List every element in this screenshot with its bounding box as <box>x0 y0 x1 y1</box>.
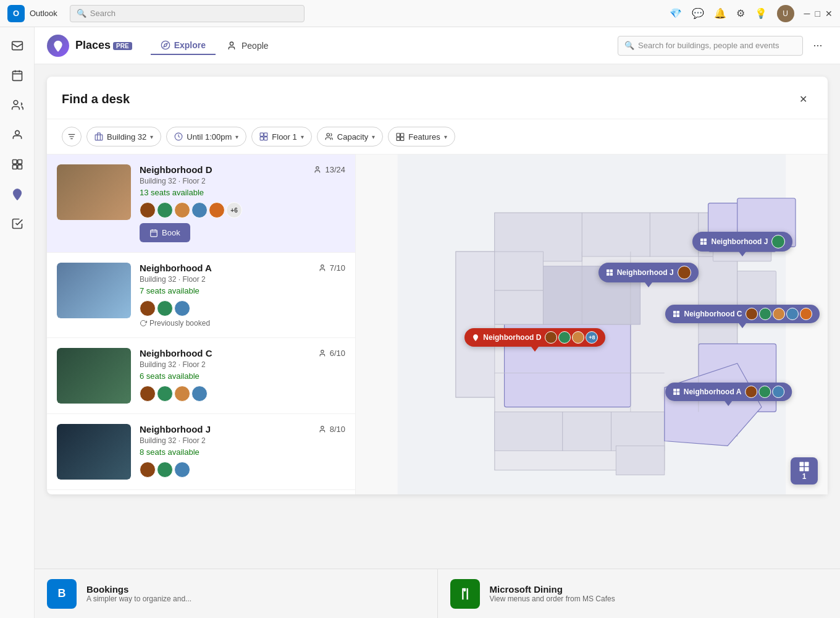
more-options-button[interactable]: ··· <box>808 36 828 56</box>
neighborhood-info: Neighborhood A 7/10 Building 32 · Floor … <box>131 263 345 328</box>
seats-available: 8 seats available <box>140 447 345 457</box>
close-panel-button[interactable]: ✕ <box>793 89 813 109</box>
places-logo <box>47 35 69 57</box>
bottom-bar: B Bookings A simpler way to organize and… <box>35 569 840 618</box>
svg-rect-46 <box>699 256 737 305</box>
svg-rect-22 <box>264 133 267 136</box>
book-button[interactable]: Book <box>140 223 190 242</box>
map-area[interactable]: Neighborhood D +8 <box>356 154 828 494</box>
avatar <box>209 202 225 218</box>
svg-point-25 <box>327 133 330 137</box>
help-icon[interactable]: 💡 <box>755 7 767 19</box>
avatar <box>140 462 156 478</box>
capacity-display: 7/10 <box>319 263 345 273</box>
neighborhood-location: Building 32 · Floor 2 <box>140 436 345 445</box>
seats-available: 6 seats available <box>140 371 345 381</box>
svg-rect-79 <box>677 311 680 314</box>
neighborhood-info: Neighborhood J 8/10 Building 32 · Floor … <box>131 424 345 480</box>
dining-title: Microsoft Dining <box>490 584 615 595</box>
filter-clear-button[interactable] <box>62 127 82 146</box>
capacity-filter[interactable]: Capacity ▾ <box>317 127 384 146</box>
svg-rect-61 <box>495 252 544 290</box>
list-item[interactable]: Neighborhood A 7/10 Building 32 · Floor … <box>47 253 355 338</box>
avatar <box>157 202 173 218</box>
list-item[interactable]: Neighborhood D 13/24 Building 32 · Floor… <box>47 154 355 253</box>
pin-label: Neighborhood J <box>711 237 768 246</box>
sidebar-item-calendar[interactable] <box>4 62 31 89</box>
svg-rect-87 <box>805 462 809 467</box>
rewards-icon[interactable]: 💎 <box>670 7 682 19</box>
sidebar-item-tasks[interactable] <box>4 210 31 237</box>
avatar-group: +6 <box>140 202 345 218</box>
floor-layer-badge[interactable]: 1 <box>791 457 818 485</box>
dining-desc: View menus and order from MS Cafes <box>490 595 615 603</box>
places-badge: PRE <box>113 42 132 50</box>
list-item[interactable]: Neighborhood C 6/10 Building 32 · Floor … <box>47 338 355 414</box>
neighborhood-name: Neighborhood A <box>140 263 212 273</box>
svg-rect-44 <box>650 213 699 256</box>
header-search-box[interactable]: 🔍 Search for buildings, people and event… <box>618 36 803 56</box>
card-top: Neighborhood D 13/24 <box>140 164 345 175</box>
floor-filter[interactable]: Floor 1 ▾ <box>251 127 311 146</box>
feedback-icon[interactable]: 💬 <box>692 7 704 19</box>
close-button[interactable]: ✕ <box>825 9 833 19</box>
svg-rect-26 <box>397 133 400 137</box>
user-avatar[interactable]: U <box>777 5 794 22</box>
avatar <box>140 386 156 402</box>
card-top: Neighborhood C 6/10 <box>140 348 345 358</box>
neighborhood-location: Building 32 · Floor 2 <box>140 360 345 369</box>
tab-people[interactable]: People <box>218 36 279 55</box>
avatar <box>174 462 190 478</box>
building-filter[interactable]: Building 32 ▾ <box>86 127 161 146</box>
sidebar-item-people[interactable] <box>4 91 31 119</box>
svg-rect-84 <box>673 392 676 396</box>
titlebar-search-box[interactable]: 🔍 Search <box>70 5 304 22</box>
sidebar-item-mail[interactable] <box>4 32 31 59</box>
features-filter[interactable]: Features ▾ <box>388 127 455 146</box>
minimize-button[interactable]: ─ <box>804 9 810 19</box>
titlebar: O Outlook 🔍 Search 💎 💬 🔔 ⚙ 💡 U ─ □ ✕ <box>0 0 840 27</box>
search-icon: 🔍 <box>77 9 86 18</box>
avatar <box>157 462 173 478</box>
svg-rect-80 <box>673 314 676 317</box>
sidebar-item-groups[interactable] <box>4 121 31 148</box>
map-pin-a[interactable]: Neighborhood A <box>665 383 792 406</box>
sidebar-item-places[interactable] <box>4 180 31 208</box>
svg-rect-85 <box>676 392 679 396</box>
list-item[interactable]: Neighborhood E 1/10 Building 32 · Floor … <box>47 490 355 494</box>
svg-rect-7 <box>12 160 17 164</box>
svg-rect-31 <box>151 230 158 237</box>
avatar-group <box>140 386 345 402</box>
svg-rect-56 <box>495 412 563 451</box>
svg-rect-75 <box>704 239 707 242</box>
avatar-group <box>140 462 345 478</box>
time-filter[interactable]: Until 1:00pm ▾ <box>166 127 246 146</box>
map-pin-j1[interactable]: Neighborhood J <box>598 263 699 287</box>
notifications-icon[interactable]: 🔔 <box>714 7 726 19</box>
find-desk-panel: Find a desk ✕ Building 32 ▾ Unti <box>47 77 828 494</box>
seats-available: 13 seats available <box>140 188 345 197</box>
svg-point-30 <box>316 167 319 169</box>
header-search: 🔍 Search for buildings, people and event… <box>618 36 828 56</box>
maximize-button[interactable]: □ <box>815 9 820 19</box>
bookings-card[interactable]: B Bookings A simpler way to organize and… <box>35 569 437 618</box>
settings-icon[interactable]: ⚙ <box>736 7 745 19</box>
neighborhood-image <box>57 263 131 318</box>
map-pin-j2[interactable]: Neighborhood J <box>692 232 792 256</box>
avatar <box>174 386 190 402</box>
tab-explore[interactable]: Explore <box>151 36 216 55</box>
panel-title: Find a desk <box>62 92 793 106</box>
map-pin-d[interactable]: Neighborhood D +8 <box>464 328 605 352</box>
header-search-placeholder: Search for buildings, people and events <box>638 41 779 50</box>
list-item[interactable]: Neighborhood J 8/10 Building 32 · Floor … <box>47 414 355 490</box>
dining-card[interactable]: Microsoft Dining View menus and order fr… <box>437 569 841 618</box>
svg-rect-86 <box>800 462 804 467</box>
card-top: Neighborhood J 8/10 <box>140 424 345 434</box>
dining-info: Microsoft Dining View menus and order fr… <box>490 584 615 603</box>
svg-point-36 <box>321 350 323 353</box>
previously-booked-label: Previously booked <box>140 319 345 328</box>
search-icon: 🔍 <box>624 41 634 50</box>
neighborhood-image <box>57 164 131 220</box>
sidebar-item-teams[interactable] <box>4 151 31 178</box>
map-pin-c[interactable]: Neighborhood C <box>665 305 820 328</box>
